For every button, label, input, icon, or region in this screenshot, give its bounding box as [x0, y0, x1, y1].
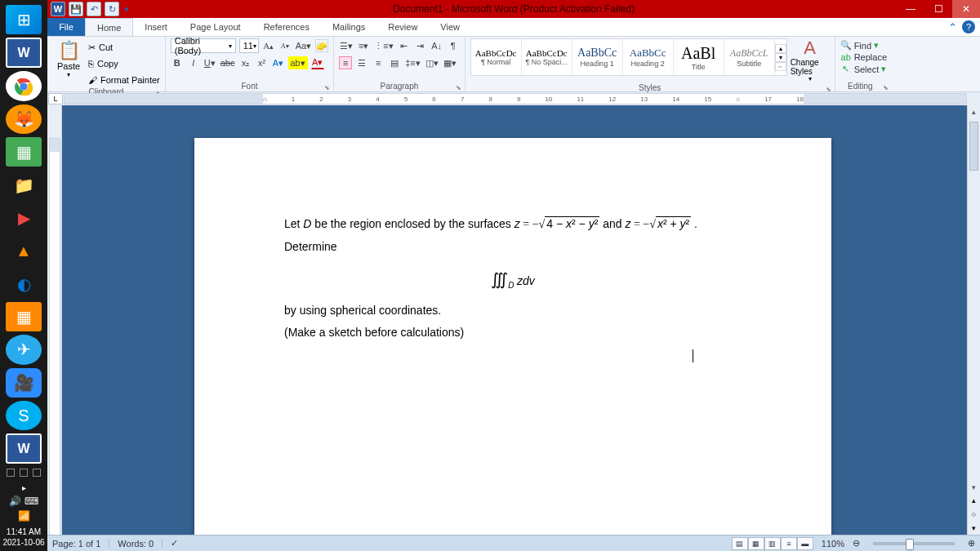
shrink-font-button[interactable]: A▾ [278, 39, 292, 52]
browse-object-nav[interactable]: ▴○▾ [967, 494, 980, 535]
qat-save-icon[interactable]: 💾 [69, 2, 83, 16]
view-buttons[interactable]: ▤ ▦ ▥ ≡ ▬ [732, 537, 813, 550]
multilevel-button[interactable]: ⋮≡▾ [373, 39, 394, 52]
replace-button[interactable]: abReplace [840, 52, 887, 62]
style-heading1[interactable]: AaBbCcHeading 1 [572, 38, 623, 76]
tab-insert[interactable]: Insert [133, 18, 179, 36]
status-proofing-icon[interactable]: ✓ [171, 538, 178, 549]
status-page[interactable]: Page: 1 of 1 [52, 539, 109, 549]
styles-scroll[interactable]: ▴▾⎓ [775, 44, 786, 71]
zoom-out-button[interactable]: ⊖ [853, 538, 860, 549]
tray-volume-icon[interactable]: 🔊 ⌨ [9, 495, 38, 507]
decrease-indent-button[interactable]: ⇤ [398, 39, 411, 52]
styles-gallery[interactable]: AaBbCcDc¶ Normal AaBbCcDc¶ No Spaci... A… [470, 38, 787, 76]
align-right-button[interactable]: ≡ [372, 56, 385, 69]
qat-redo-button[interactable]: ↻ [105, 2, 119, 16]
bold-button[interactable]: B [171, 56, 184, 69]
view-draft-icon[interactable]: ▬ [797, 537, 813, 550]
change-case-button[interactable]: Aa▾ [295, 39, 312, 52]
format-painter-button[interactable]: 🖌Format Painter [88, 73, 160, 87]
start-button[interactable]: ⊞ [6, 5, 42, 34]
change-styles-button[interactable]: A Change Styles▾ [791, 38, 830, 83]
taskbar-clock[interactable]: 11:41 AM 2021-10-06 [2, 527, 44, 548]
sort-button[interactable]: A↓ [430, 39, 443, 52]
find-button[interactable]: 🔍Find ▾ [840, 40, 887, 51]
horizontal-ruler[interactable]: ⌂123456789101112131415⌂1718 [64, 93, 967, 104]
taskbar-media[interactable]: ▶ [6, 203, 42, 233]
align-left-button[interactable]: ≡ [339, 56, 352, 69]
tab-page-layout[interactable]: Page Layout [179, 18, 252, 36]
font-name-select[interactable]: Calibri (Body) ▾ [171, 38, 236, 53]
document-page[interactable]: Let D be the region enclosed by the surf… [194, 138, 831, 535]
font-color-button[interactable]: A▾ [311, 56, 324, 69]
tray-network-icon[interactable]: 📶 [18, 510, 30, 522]
italic-button[interactable]: I [187, 56, 200, 69]
style-subtitle[interactable]: AaBbCcLSubtitle [724, 38, 775, 76]
word-logo-icon[interactable]: W [51, 2, 65, 16]
view-web-icon[interactable]: ▥ [764, 537, 781, 550]
grow-font-button[interactable]: A▴ [262, 39, 275, 52]
style-heading2[interactable]: AaBbCcHeading 2 [623, 38, 674, 76]
subscript-button[interactable]: x₂ [239, 56, 252, 69]
paste-button[interactable]: 📋 Paste▾ [52, 38, 85, 79]
style-title[interactable]: AaBlTitle [674, 38, 724, 76]
qat-undo-button[interactable]: ↶ [87, 2, 101, 16]
text-effects-button[interactable]: A▾ [272, 56, 285, 69]
cut-button[interactable]: ✂Cut [88, 40, 160, 55]
tab-mailings[interactable]: Mailings [321, 18, 376, 36]
view-print-icon[interactable]: ▤ [732, 537, 748, 550]
qat-customize-icon[interactable]: ▾ [122, 2, 131, 16]
ribbon-minimize-icon[interactable]: ⌃ [948, 21, 957, 33]
strike-button[interactable]: abc [220, 56, 236, 69]
taskbar-telegram[interactable]: ✈ [6, 335, 42, 364]
justify-button[interactable]: ▤ [388, 56, 401, 69]
numbering-button[interactable]: ≡▾ [357, 39, 370, 52]
clear-formatting-button[interactable]: 🧽 [315, 39, 328, 52]
zoom-slider[interactable] [873, 542, 955, 545]
line-spacing-button[interactable]: ‡≡▾ [404, 56, 421, 69]
taskbar-word-active[interactable]: W [6, 38, 42, 68]
tab-view[interactable]: View [429, 18, 471, 36]
style-normal[interactable]: AaBbCcDc¶ Normal [471, 38, 522, 76]
taskbar-chrome[interactable] [6, 71, 42, 100]
help-icon[interactable]: ? [962, 20, 975, 33]
superscript-button[interactable]: x² [256, 56, 269, 69]
font-size-select[interactable]: 11 ▾ [239, 38, 259, 53]
show-hide-button[interactable]: ¶ [447, 39, 460, 52]
tab-home[interactable]: Home [85, 18, 133, 36]
taskbar-app2[interactable]: ▦ [6, 302, 42, 331]
file-tab[interactable]: File [47, 18, 85, 36]
bullets-button[interactable]: ☰▾ [339, 39, 354, 52]
style-nospacing[interactable]: AaBbCcDc¶ No Spaci... [522, 38, 572, 76]
vertical-scrollbar[interactable]: ▴ ▾ [967, 105, 980, 535]
highlight-button[interactable]: ab▾ [288, 56, 308, 69]
vertical-ruler[interactable] [47, 105, 62, 535]
select-button[interactable]: ↖Select ▾ [840, 64, 887, 74]
scrollbar-thumb[interactable] [969, 122, 978, 171]
minimize-button[interactable]: — [897, 0, 924, 18]
taskbar-overflow[interactable]: ▸ [22, 483, 26, 492]
taskbar-app1[interactable]: ▦ [6, 137, 42, 167]
close-button[interactable]: ✕ [952, 0, 980, 18]
view-fullscreen-icon[interactable]: ▦ [748, 537, 764, 550]
zoom-in-button[interactable]: ⊕ [968, 538, 975, 549]
maximize-button[interactable]: ☐ [924, 0, 952, 18]
taskbar-vlc[interactable]: ▲ [6, 236, 42, 265]
view-outline-icon[interactable]: ≡ [781, 537, 797, 550]
increase-indent-button[interactable]: ⇥ [414, 39, 427, 52]
underline-button[interactable]: U▾ [203, 56, 216, 69]
align-center-button[interactable]: ☰ [355, 56, 368, 69]
zoom-level[interactable]: 110% [822, 539, 844, 549]
taskbar-word[interactable]: W [6, 433, 42, 464]
tab-review[interactable]: Review [376, 18, 429, 36]
tab-references[interactable]: References [252, 18, 321, 36]
taskbar-edge[interactable]: ◐ [6, 269, 42, 299]
taskbar-skype[interactable]: S [6, 401, 42, 430]
copy-button[interactable]: ⎘Copy [88, 56, 160, 71]
taskbar-firefox[interactable]: 🦊 [6, 104, 42, 134]
taskbar-files[interactable]: 📁 [6, 170, 42, 199]
borders-button[interactable]: ▦▾ [443, 56, 457, 69]
taskbar-nav[interactable] [3, 469, 44, 478]
status-words[interactable]: Words: 0 [118, 539, 163, 549]
shading-button[interactable]: ◫▾ [425, 56, 439, 69]
